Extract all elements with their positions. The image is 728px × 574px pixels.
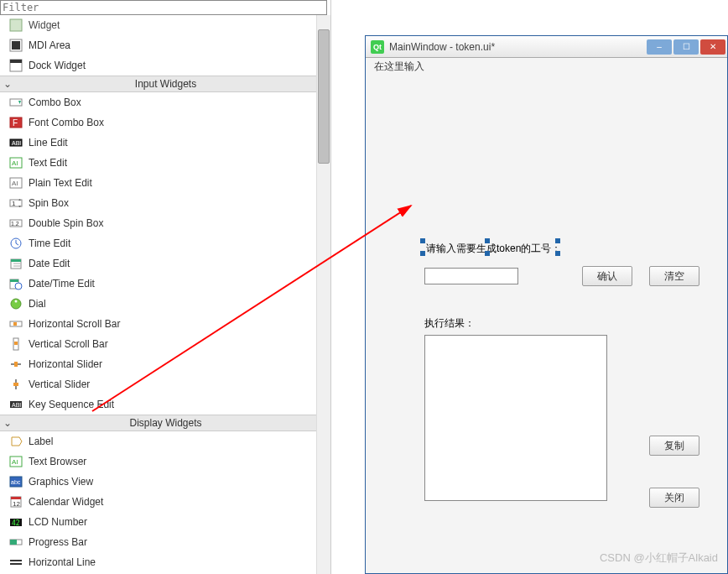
close-button[interactable]: ✕: [700, 39, 725, 55]
selection-handle[interactable]: [420, 238, 425, 243]
svg-text:abc: abc: [11, 479, 21, 485]
confirm-button[interactable]: 确认: [582, 266, 632, 286]
selection-handle[interactable]: [485, 251, 490, 256]
list-item[interactable]: Dock Widget: [0, 55, 316, 76]
category-display-widgets[interactable]: ⌄ Display Widgets: [0, 415, 316, 431]
lcd-number-icon: 42: [8, 514, 23, 530]
calendar-icon: 12: [8, 494, 23, 509]
svg-text:1.2: 1.2: [11, 221, 19, 227]
widget-label: Date/Time Edit: [29, 278, 95, 290]
selection-handle[interactable]: [485, 238, 490, 243]
menu-type-here[interactable]: 在这里输入: [374, 60, 424, 74]
list-item[interactable]: abc Graphics View: [0, 472, 316, 492]
list-item[interactable]: F Font Combo Box: [0, 112, 316, 133]
svg-rect-29: [13, 322, 17, 326]
widget-label: Label: [29, 436, 53, 447]
close-form-button[interactable]: 关闭: [649, 488, 699, 508]
vertical-scrollbar[interactable]: [316, 15, 330, 574]
button-label: 确认: [597, 269, 617, 284]
widget-label: Vertical Slider: [29, 378, 90, 390]
list-item[interactable]: MDI Area: [0, 35, 316, 55]
widget-list: Widget MDI Area Dock Widget ⌄ Input Widg…: [0, 15, 316, 574]
widget-label: MDI Area: [29, 39, 70, 51]
svg-rect-2: [12, 41, 20, 50]
time-edit-icon: [8, 236, 23, 251]
scrollbar-thumb[interactable]: [318, 29, 330, 164]
filter-input[interactable]: [0, 0, 327, 15]
svg-text:ABI: ABI: [12, 140, 21, 146]
list-item[interactable]: Progress Bar: [0, 532, 316, 552]
list-item[interactable]: Date Edit: [0, 253, 316, 274]
list-item[interactable]: ABI Key Sequence Edit: [0, 394, 316, 415]
double-spin-box-icon: 1.2: [8, 216, 23, 231]
svg-rect-0: [10, 19, 22, 31]
widget-label: Horizontal Slider: [29, 358, 102, 370]
design-canvas[interactable]: 请输入需要生成token的工号： 确认 清空 执行结果： 复制 关闭: [372, 75, 720, 566]
svg-rect-31: [14, 342, 18, 345]
widget-label: Horizontal Line: [29, 556, 96, 568]
prompt-label[interactable]: 请输入需要生成token的工号：: [424, 241, 563, 257]
widget-list-scroll: Widget MDI Area Dock Widget ⌄ Input Widg…: [0, 15, 330, 574]
list-item[interactable]: Horizontal Scroll Bar: [0, 314, 316, 334]
list-item[interactable]: 1 Spin Box: [0, 193, 316, 213]
button-label: 清空: [664, 269, 684, 284]
svg-rect-20: [11, 259, 21, 262]
selection-handle[interactable]: [420, 251, 425, 256]
svg-text:ABI: ABI: [12, 402, 21, 408]
date-edit-icon: [8, 256, 23, 271]
copy-button[interactable]: 复制: [649, 436, 699, 456]
designer-form-window: Qt MainWindow - token.ui* – ☐ ✕ 在这里输入 请输…: [365, 35, 728, 574]
minimize-button[interactable]: –: [647, 39, 672, 55]
widget-label: Graphics View: [29, 476, 93, 488]
widget-label: Progress Bar: [29, 536, 87, 548]
list-item[interactable]: Combo Box: [0, 92, 316, 112]
svg-text:F: F: [13, 118, 18, 128]
list-item[interactable]: Horizontal Line: [0, 552, 316, 572]
list-item[interactable]: 1.2 Double Spin Box: [0, 213, 316, 233]
list-item[interactable]: Widget: [0, 15, 316, 35]
list-item[interactable]: Date/Time Edit: [0, 274, 316, 294]
svg-text:12: 12: [13, 500, 20, 508]
hslider-icon: [8, 357, 23, 372]
selection-handle[interactable]: [555, 238, 560, 243]
selection-handle[interactable]: [555, 251, 560, 256]
list-item[interactable]: Label: [0, 431, 316, 451]
list-item[interactable]: AI Plain Text Edit: [0, 173, 316, 193]
spin-box-icon: 1: [8, 196, 23, 211]
chevron-down-icon: ⌄: [0, 417, 15, 429]
text-browser-icon: AI: [8, 454, 23, 469]
list-item[interactable]: ABI Line Edit: [0, 133, 316, 153]
list-item[interactable]: AI Text Browser: [0, 451, 316, 472]
widget-label: Dock Widget: [29, 60, 86, 71]
widget-label: Plain Text Edit: [29, 177, 92, 189]
widget-label: Key Sequence Edit: [29, 399, 114, 410]
jobid-input[interactable]: [424, 268, 518, 284]
list-item[interactable]: AI Text Edit: [0, 153, 316, 173]
widget-label: Combo Box: [29, 97, 81, 108]
list-item[interactable]: Dial: [0, 294, 316, 314]
list-item[interactable]: Time Edit: [0, 233, 316, 253]
window-title: MainWindow - token.ui*: [389, 41, 645, 53]
result-label: 执行结果：: [424, 316, 475, 331]
svg-text:42: 42: [12, 519, 20, 527]
titlebar[interactable]: Qt MainWindow - token.ui* – ☐ ✕: [366, 36, 727, 58]
scrollbar-track[interactable]: [318, 29, 330, 560]
category-input-widgets[interactable]: ⌄ Input Widgets: [0, 76, 316, 92]
list-item[interactable]: 42 LCD Number: [0, 512, 316, 532]
result-textedit[interactable]: [424, 335, 607, 501]
list-item[interactable]: Vertical Slider: [0, 374, 316, 394]
widget-label: Widget: [29, 19, 60, 31]
button-label: 关闭: [664, 491, 684, 505]
mdi-area-icon: [8, 38, 23, 53]
label-icon: [8, 434, 23, 449]
list-item[interactable]: Horizontal Slider: [0, 354, 316, 374]
list-item[interactable]: 12 Calendar Widget: [0, 492, 316, 512]
svg-point-25: [15, 283, 22, 290]
widget-label: Time Edit: [29, 237, 70, 249]
clear-button[interactable]: 清空: [649, 266, 699, 286]
list-item[interactable]: Vertical Scroll Bar: [0, 334, 316, 354]
widget-box-panel: Widget MDI Area Dock Widget ⌄ Input Widg…: [0, 0, 331, 574]
maximize-button[interactable]: ☐: [673, 39, 699, 55]
line-edit-icon: ABI: [8, 135, 23, 150]
widget-label: Vertical Scroll Bar: [29, 338, 108, 350]
